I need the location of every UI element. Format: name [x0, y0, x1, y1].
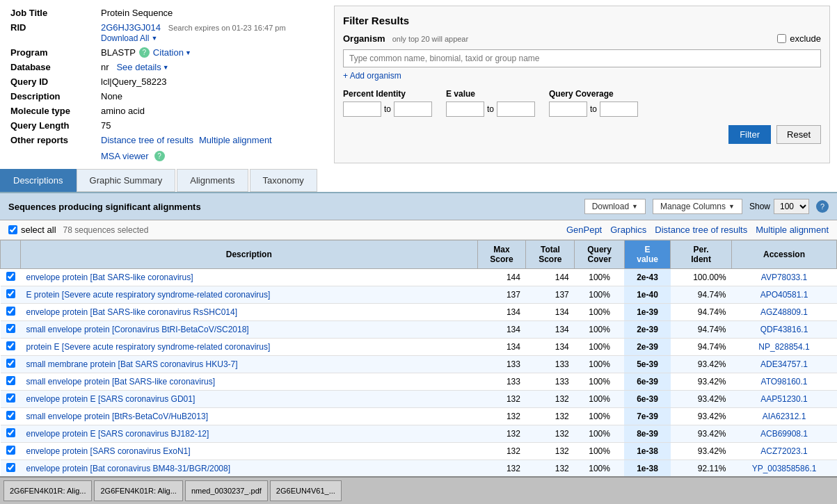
- table-row: envelope protein [Bat coronavirus BM48-3…: [1, 460, 837, 478]
- table-row: small envelope protein [BtRs-BetaCoV/HuB…: [1, 408, 837, 425]
- organism-input[interactable]: [343, 49, 821, 67]
- show-select[interactable]: 100 50 200: [774, 199, 809, 214]
- rid-expires: Search expires on 01-23 16:47 pm: [168, 24, 286, 32]
- percent-identity-field: Percent Identity to: [343, 89, 432, 117]
- citation-link[interactable]: Citation: [153, 47, 191, 58]
- sequences-header: Sequences producing significant alignmen…: [0, 193, 837, 220]
- row-checkbox[interactable]: [6, 411, 15, 420]
- row-checkbox[interactable]: [6, 463, 15, 472]
- row-total-score: 134: [526, 304, 575, 321]
- row-accession: APO40581.1: [732, 286, 837, 304]
- row-checkbox[interactable]: [6, 307, 15, 316]
- distance-tree-link[interactable]: Distance tree of results: [101, 135, 193, 145]
- row-per-ident: 94.74%: [671, 339, 732, 356]
- query-coverage-to-label: to: [590, 104, 597, 114]
- row-accession: AIA62312.1: [732, 408, 837, 425]
- msa-viewer-link[interactable]: MSA viewer: [101, 151, 149, 161]
- graphics-link[interactable]: Graphics: [610, 225, 646, 235]
- filter-panel: Filter Results Organism only top 20 will…: [334, 6, 830, 163]
- program-value: BLASTP: [101, 47, 136, 58]
- row-checkbox[interactable]: [6, 376, 15, 385]
- row-description: envelope protein [Bat coronavirus BM48-3…: [21, 460, 478, 478]
- evalue-to[interactable]: [497, 101, 535, 117]
- row-checkbox-cell: [1, 460, 21, 478]
- query-coverage-field: Query Coverage to: [549, 89, 638, 117]
- row-checkbox[interactable]: [6, 341, 15, 350]
- download-button[interactable]: Download: [584, 199, 646, 214]
- job-title-label: Job Title: [7, 6, 97, 20]
- row-per-ident: 100.00%: [671, 269, 732, 286]
- table-row: envelope protein [SARS coronavirus ExoN1…: [1, 443, 837, 460]
- row-evalue: 1e-38: [624, 460, 670, 478]
- sequences-title: Sequences producing significant alignmen…: [8, 202, 201, 212]
- row-max-score: 132: [477, 460, 526, 478]
- molecule-value: amino acid: [97, 104, 320, 118]
- query-length-value: 75: [97, 118, 320, 133]
- row-description: envelope protein [SARS coronavirus ExoN1…: [21, 443, 478, 460]
- row-description: small envelope protein [Bat SARS-like co…: [21, 373, 478, 391]
- percent-identity-from[interactable]: [343, 101, 381, 117]
- rid-link[interactable]: 2G6HJ3GJ014: [101, 22, 161, 33]
- row-max-score: 133: [477, 356, 526, 373]
- tab-descriptions[interactable]: Descriptions: [0, 169, 77, 192]
- row-description: envelope protein E [SARS coronavirus BJ1…: [21, 425, 478, 443]
- query-coverage-to[interactable]: [600, 101, 638, 117]
- row-description: small envelope protein [Coronavirus BtRI…: [21, 321, 478, 339]
- col-checkbox: [1, 241, 21, 269]
- organism-label: Organism: [343, 33, 385, 44]
- row-checkbox-cell: [1, 339, 21, 356]
- row-query-cover: 100%: [575, 356, 625, 373]
- row-query-cover: 100%: [575, 286, 625, 304]
- row-query-cover: 100%: [575, 339, 625, 356]
- sequence-label: Protein Sequence: [97, 6, 320, 20]
- select-all-checkbox[interactable]: [8, 225, 17, 234]
- row-total-score: 133: [526, 356, 575, 373]
- genpept-link[interactable]: GenPept: [566, 225, 602, 235]
- program-help-icon[interactable]: ?: [139, 47, 150, 58]
- row-per-ident: 94.74%: [671, 321, 732, 339]
- taskbar-item-1[interactable]: 2G6FEN4K01R: Alig...: [94, 480, 182, 495]
- select-all-label[interactable]: select all: [8, 225, 56, 235]
- row-per-ident: 92.11%: [671, 460, 732, 478]
- exclude-checkbox[interactable]: [777, 34, 786, 43]
- multiple-align-link[interactable]: Multiple alignment: [199, 135, 272, 145]
- program-label: Program: [7, 45, 97, 60]
- row-checkbox[interactable]: [6, 428, 15, 437]
- col-query-cover: QueryCover: [575, 241, 625, 269]
- taskbar-item-2[interactable]: nmed_0030237_.pdf: [185, 480, 268, 495]
- filter-button[interactable]: Filter: [728, 125, 771, 144]
- row-max-score: 134: [477, 304, 526, 321]
- tab-alignments[interactable]: Alignments: [177, 169, 248, 192]
- row-description: E protein [Severe acute respiratory synd…: [21, 286, 478, 304]
- add-organism-link[interactable]: + Add organism: [343, 71, 401, 81]
- row-total-score: 134: [526, 321, 575, 339]
- selected-count: 78 sequences selected: [63, 225, 149, 235]
- row-checkbox-cell: [1, 286, 21, 304]
- manage-columns-button[interactable]: Manage Columns: [653, 199, 742, 214]
- row-total-score: 132: [526, 408, 575, 425]
- other-reports-help-icon[interactable]: ?: [154, 151, 165, 161]
- query-coverage-label: Query Coverage: [549, 89, 638, 99]
- see-details-link[interactable]: See details: [116, 62, 168, 72]
- tab-graphic-summary[interactable]: Graphic Summary: [77, 169, 176, 192]
- row-checkbox[interactable]: [6, 324, 15, 333]
- row-checkbox[interactable]: [6, 359, 15, 368]
- taskbar-item-0[interactable]: 2G6FEN4K01R: Alig...: [3, 480, 92, 495]
- sequences-help-icon[interactable]: ?: [816, 200, 829, 213]
- download-all-link[interactable]: Download All: [101, 33, 157, 43]
- percent-identity-to[interactable]: [394, 101, 432, 117]
- distance-tree-results-link[interactable]: Distance tree of results: [655, 225, 747, 235]
- row-checkbox-cell: [1, 391, 21, 408]
- row-checkbox[interactable]: [6, 272, 15, 281]
- reset-button[interactable]: Reset: [776, 125, 821, 144]
- row-query-cover: 100%: [575, 269, 625, 286]
- evalue-from[interactable]: [446, 101, 484, 117]
- row-checkbox[interactable]: [6, 289, 15, 298]
- row-checkbox[interactable]: [6, 446, 15, 455]
- query-coverage-from[interactable]: [549, 101, 587, 117]
- row-checkbox[interactable]: [6, 393, 15, 403]
- row-max-score: 132: [477, 391, 526, 408]
- taskbar-item-3[interactable]: 2G6EUN4V61_...: [270, 480, 342, 495]
- multiple-alignment-link[interactable]: Multiple alignment: [756, 225, 829, 235]
- tab-taxonomy[interactable]: Taxonomy: [250, 169, 317, 192]
